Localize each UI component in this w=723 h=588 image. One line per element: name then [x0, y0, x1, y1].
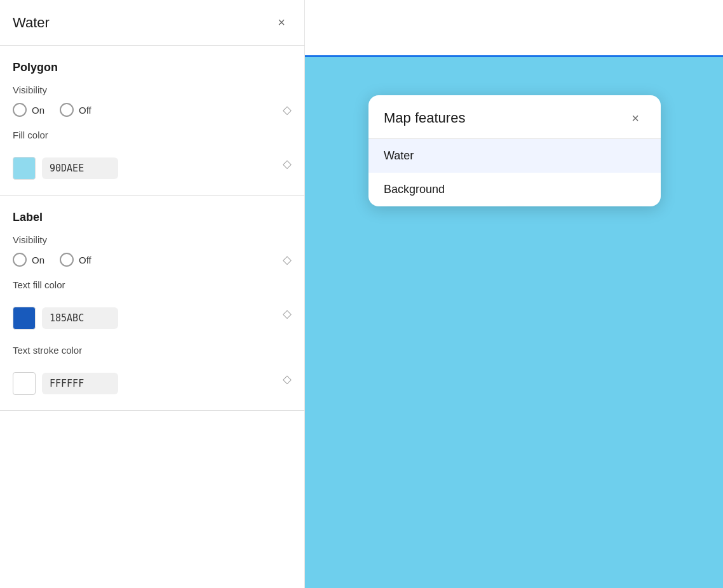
- map-top-bar: [305, 0, 723, 57]
- label-visibility-label: Visibility: [13, 234, 292, 245]
- polygon-visibility-row: On Off ◇: [13, 103, 292, 117]
- label-off-radio[interactable]: [60, 253, 74, 267]
- label-visibility-on[interactable]: On: [13, 253, 44, 267]
- label-title: Label: [13, 211, 292, 224]
- text-fill-color-label: Text fill color: [13, 279, 292, 290]
- map-features-popup: Map features × Water Background: [368, 95, 661, 206]
- text-fill-row: ◇: [13, 298, 292, 330]
- text-stroke-input-group: [13, 372, 118, 395]
- popup-item-water[interactable]: Water: [368, 139, 661, 173]
- fill-color-label: Fill color: [13, 130, 292, 140]
- polygon-visibility-radio-group: On Off: [13, 103, 283, 117]
- fill-color-swatch[interactable]: [13, 157, 36, 180]
- popup-title: Map features: [384, 110, 465, 126]
- polygon-visibility-on[interactable]: On: [13, 103, 44, 117]
- label-visibility-off[interactable]: Off: [60, 253, 91, 267]
- polygon-visibility-diamond-icon[interactable]: ◇: [283, 103, 292, 117]
- text-stroke-swatch[interactable]: [13, 372, 36, 395]
- label-visibility-diamond-icon[interactable]: ◇: [283, 253, 292, 267]
- polygon-visibility-off[interactable]: Off: [60, 103, 91, 117]
- label-on-label: On: [32, 255, 44, 265]
- fill-color-input[interactable]: [42, 157, 118, 179]
- panel-title: Water: [13, 15, 50, 31]
- close-button[interactable]: ×: [271, 13, 292, 33]
- text-fill-diamond-icon[interactable]: ◇: [283, 307, 292, 321]
- text-stroke-row: ◇: [13, 363, 292, 395]
- text-stroke-input[interactable]: [42, 373, 118, 394]
- text-fill-input[interactable]: [42, 307, 118, 329]
- label-section: Label Visibility On Off ◇ Text fill colo…: [0, 196, 304, 411]
- label-visibility-radio-group: On Off: [13, 253, 283, 267]
- label-off-label: Off: [79, 255, 91, 265]
- label-on-radio[interactable]: [13, 253, 27, 267]
- polygon-section: Polygon Visibility On Off ◇ Fill color: [0, 46, 304, 196]
- popup-item-background[interactable]: Background: [368, 173, 661, 206]
- polygon-off-radio[interactable]: [60, 103, 74, 117]
- popup-close-button[interactable]: ×: [625, 108, 645, 128]
- polygon-on-label: On: [32, 105, 44, 116]
- map-area: Map features × Water Background: [305, 0, 723, 588]
- polygon-off-label: Off: [79, 105, 91, 116]
- text-stroke-color-label: Text stroke color: [13, 345, 292, 356]
- popup-header: Map features ×: [368, 95, 661, 138]
- panel-header: Water ×: [0, 0, 304, 46]
- fill-color-diamond-icon[interactable]: ◇: [283, 157, 292, 171]
- label-visibility-row: On Off ◇: [13, 253, 292, 267]
- text-fill-swatch[interactable]: [13, 307, 36, 330]
- panel-content: Polygon Visibility On Off ◇ Fill color: [0, 46, 304, 588]
- polygon-on-radio[interactable]: [13, 103, 27, 117]
- fill-color-input-group: [13, 157, 118, 180]
- fill-color-row: ◇: [13, 148, 292, 180]
- text-fill-input-group: [13, 307, 118, 330]
- left-panel: Water × Polygon Visibility On Off: [0, 0, 305, 588]
- polygon-visibility-label: Visibility: [13, 84, 292, 95]
- text-stroke-diamond-icon[interactable]: ◇: [283, 372, 292, 386]
- polygon-title: Polygon: [13, 61, 292, 74]
